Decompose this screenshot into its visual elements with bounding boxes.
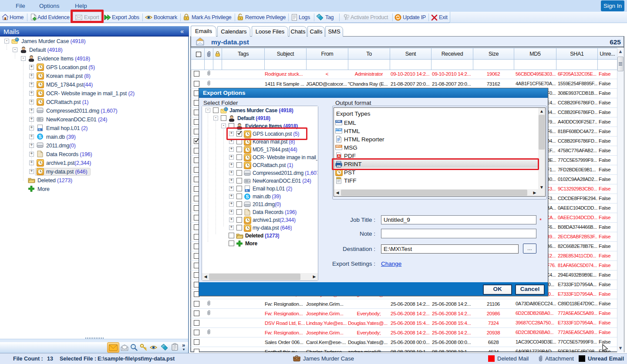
svg-text:EML: EML: [336, 120, 341, 123]
svg-text:S: S: [246, 194, 249, 199]
svg-text:A: A: [338, 154, 340, 157]
svg-text:MSG: MSG: [336, 145, 342, 147]
svg-text:S: S: [38, 134, 41, 139]
svg-text:HTML: HTML: [335, 128, 342, 131]
